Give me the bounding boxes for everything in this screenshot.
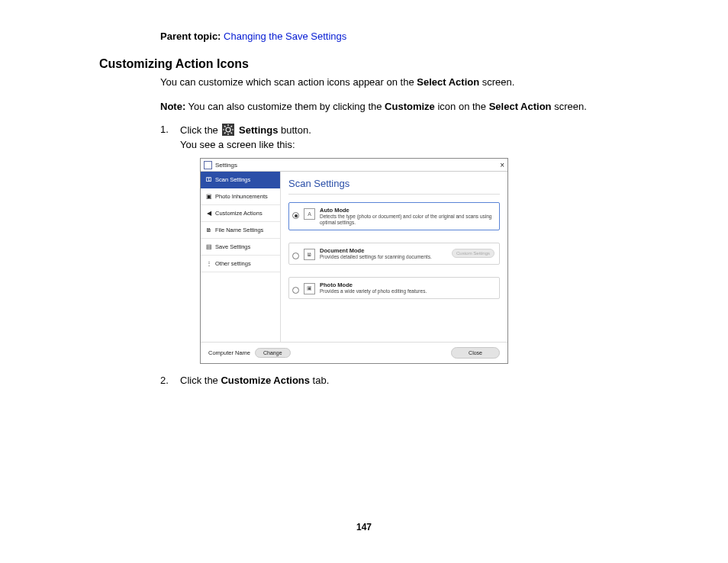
mode-desc: Detects the type (photo or document) and… <box>320 214 494 226</box>
dots-icon: ⋮ <box>205 260 212 267</box>
note-t1: You can also customize them by clicking … <box>185 101 385 112</box>
photo-icon: ▣ <box>205 193 212 200</box>
sidebar-item-label: Photo Inhuncements <box>215 193 268 200</box>
intro-paragraph: You can customize which scan action icon… <box>160 76 629 89</box>
mode-auto[interactable]: A Auto Mode Detects the type (photo or d… <box>288 202 500 230</box>
sidebar-item-save-settings[interactable]: ▤ Save Settings <box>201 239 280 256</box>
step-2: 2. Click the Customize Actions tab. <box>160 375 629 386</box>
sidebar-item-scan-settings[interactable]: ⚿ Scan Settings <box>201 172 280 188</box>
radio-document[interactable] <box>292 253 299 259</box>
step-1: 1. Click the Settings button. You see a … <box>160 124 629 364</box>
window-title: Settings <box>215 162 500 169</box>
window-footer: Computer Name Change Close <box>201 342 507 363</box>
window-titlebar: Settings × <box>201 159 507 172</box>
step-1-post: button. <box>278 124 311 136</box>
svg-line-5 <box>224 126 226 127</box>
settings-icon <box>222 124 234 136</box>
step-1-sub: You see a screen like this: <box>180 139 629 150</box>
close-icon[interactable]: × <box>500 161 504 169</box>
step-1-line: Click the Settings button. <box>180 124 629 136</box>
svg-point-0 <box>226 127 230 132</box>
note-t2: icon on the <box>435 101 489 112</box>
mode-photo[interactable]: ▣ Photo Mode Provides a wide variety of … <box>288 277 500 299</box>
step-2-pre: Click the <box>180 375 221 386</box>
mode-document[interactable]: 🗎 Document Mode Provides detailed settin… <box>288 243 500 265</box>
select-action-text: Select Action <box>417 76 479 88</box>
file-icon: 🗎 <box>205 227 212 233</box>
sidebar-item-label: Other settings <box>215 260 251 267</box>
mode-title: Photo Mode <box>320 282 494 288</box>
step-number: 1. <box>160 124 180 135</box>
panel-title: Scan Settings <box>288 178 500 189</box>
sidebar-item-file-name-settings[interactable]: 🗎 File Name Settings <box>201 222 280 239</box>
document-mode-icon: 🗎 <box>304 249 315 260</box>
step-1-settings: Settings <box>239 124 278 136</box>
settings-window: Settings × ⚿ Scan Settings ▣ <box>200 158 508 364</box>
intro-text: You can customize which scan action icon… <box>160 76 417 88</box>
svg-line-7 <box>224 133 226 134</box>
close-button[interactable]: Close <box>451 347 500 359</box>
radio-auto[interactable] <box>292 212 299 219</box>
sidebar-item-customize-actions[interactable]: ◀ Customize Actions <box>201 205 280 222</box>
mode-desc: Provides detailed settings for scanning … <box>320 254 447 260</box>
step-1-pre: Click the <box>180 124 221 136</box>
section-heading: Customizing Action Icons <box>99 57 629 71</box>
parent-topic-link[interactable]: Changing the Save Settings <box>224 31 346 42</box>
parent-topic-label: Parent topic: <box>160 31 221 42</box>
note-select-action: Select Action <box>489 101 552 112</box>
main-panel: Scan Settings A Auto Mode Detects the ty… <box>281 172 507 342</box>
intro-text-end: screen. <box>479 76 514 88</box>
sidebar-item-label: Scan Settings <box>215 176 250 183</box>
save-icon: ▤ <box>205 243 212 250</box>
app-icon <box>204 161 212 169</box>
note-t3: screen. <box>552 101 587 112</box>
step-2-bold: Customize Actions <box>221 375 310 386</box>
page-number: 147 <box>0 522 728 532</box>
step-number: 2. <box>160 375 180 386</box>
sidebar-item-label: File Name Settings <box>215 227 263 233</box>
step-2-post: tab. <box>310 375 329 386</box>
send-icon: ◀ <box>205 210 212 217</box>
sidebar-item-label: Save Settings <box>215 243 250 250</box>
photo-mode-icon: ▣ <box>304 283 315 294</box>
key-icon: ⚿ <box>205 176 212 183</box>
custom-settings-button[interactable]: Custom Settings <box>452 249 494 258</box>
note-label: Note: <box>160 101 185 112</box>
sidebar-item-label: Customize Actions <box>215 210 263 217</box>
auto-mode-icon: A <box>304 208 315 220</box>
svg-line-6 <box>231 133 233 134</box>
sidebar-item-photo-enhancements[interactable]: ▣ Photo Inhuncements <box>201 188 280 205</box>
mode-desc: Provides a wide variety of photo editing… <box>320 288 494 294</box>
svg-line-8 <box>231 126 233 127</box>
computer-name-label: Computer Name <box>208 349 250 356</box>
sidebar: ⚿ Scan Settings ▣ Photo Inhuncements ◀ C… <box>201 172 281 342</box>
sidebar-item-other-settings[interactable]: ⋮ Other settings <box>201 256 280 272</box>
parent-topic: Parent topic: Changing the Save Settings <box>160 31 629 42</box>
note-customize: Customize <box>385 101 435 112</box>
mode-title: Document Mode <box>320 247 447 254</box>
change-button[interactable]: Change <box>255 348 291 358</box>
radio-photo[interactable] <box>292 287 299 294</box>
mode-title: Auto Mode <box>320 207 494 214</box>
note-paragraph: Note: You can also customize them by cli… <box>160 100 629 114</box>
